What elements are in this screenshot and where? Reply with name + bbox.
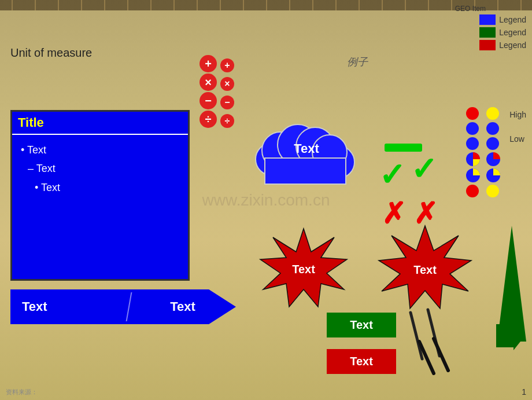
cloud-container: Text: [249, 107, 364, 190]
legend-color-2: [479, 27, 496, 38]
pie-2: [466, 168, 480, 182]
high-label: High: [509, 110, 526, 119]
operators-group: + + × × − − ÷ ÷: [200, 55, 234, 128]
unit-of-measure-label: Unit of measure: [10, 46, 92, 60]
dot-blue-1: [466, 122, 479, 135]
dot-red-1: [466, 107, 479, 120]
pie-3: [486, 152, 500, 166]
blue-arrow-left-text: Text: [10, 299, 128, 314]
op-divide-small: ÷: [220, 114, 234, 128]
svg-text:Text: Text: [413, 263, 437, 276]
pie-4: [486, 168, 500, 182]
dot-blue-2: [466, 137, 479, 150]
geo-item-label: GEO Item: [455, 5, 486, 13]
page-number: 1: [522, 387, 526, 397]
footer-watermark: 资料来源：: [6, 388, 38, 397]
op-minus-small: −: [220, 96, 234, 109]
starburst-left-container: Text: [249, 226, 359, 312]
starburst-right-container: Text: [367, 223, 483, 315]
blue-arrow-bar: Text Text: [10, 289, 236, 324]
op-divide: ÷: [200, 111, 217, 128]
blue-box-title: Title: [12, 112, 188, 135]
bullet-1: • Text: [21, 141, 179, 159]
legend-area: Legend Legend Legend: [479, 14, 526, 50]
checkmark-1: ✓: [379, 159, 405, 191]
op-minus: −: [200, 92, 217, 109]
dots-column-left: [466, 107, 480, 197]
dot-yellow-1: [486, 107, 499, 120]
green-box-text: Text: [350, 318, 373, 331]
red-box-text: Text: [350, 355, 373, 368]
svg-line-14: [411, 313, 422, 359]
legend-row-1: Legend: [479, 14, 526, 25]
svg-rect-9: [265, 158, 346, 184]
dots-column-right: [486, 107, 500, 197]
svg-line-17: [434, 339, 448, 370]
dot-yellow-2: [486, 185, 499, 197]
red-text-box: Text: [327, 349, 396, 374]
bullet-3: • Text: [21, 178, 179, 197]
low-label: Low: [509, 134, 526, 144]
op-plus: +: [200, 55, 217, 72]
high-low-area: High Low: [509, 110, 526, 144]
op-plus-small: +: [220, 58, 234, 72]
green-text-box: Text: [327, 313, 396, 337]
legend-label-1: Legend: [499, 15, 526, 24]
legend-row-2: Legend: [479, 27, 526, 38]
starburst-left-svg: Text: [249, 226, 359, 310]
blue-arrow-right-text: Text: [130, 299, 236, 314]
blue-box-body: • Text – Text • Text: [12, 135, 188, 203]
dot-red-2: [466, 185, 479, 197]
cloud-text: Text: [294, 141, 319, 156]
top-border-decoration: [0, 0, 532, 10]
diagonal-lines: [402, 307, 457, 376]
op-times-small: ×: [220, 77, 234, 91]
green-dash: [385, 144, 422, 152]
legend-color-3: [479, 40, 496, 50]
pie-1: [466, 152, 480, 166]
blue-content-box: Title • Text – Text • Text: [10, 110, 190, 281]
dot-blue-4: [486, 137, 499, 150]
legend-row-3: Legend: [479, 40, 526, 50]
legend-label-3: Legend: [499, 41, 526, 50]
legend-label-2: Legend: [499, 28, 526, 37]
dot-blue-3: [486, 122, 499, 135]
checkmark-2: ✓: [411, 153, 437, 185]
bullet-2: – Text: [21, 159, 179, 178]
legend-color-1: [479, 14, 496, 25]
op-times: ×: [200, 74, 217, 91]
starburst-right-svg: Text: [367, 223, 483, 313]
svg-text:Text: Text: [292, 263, 315, 276]
chinese-example-label: 例子: [347, 55, 368, 69]
